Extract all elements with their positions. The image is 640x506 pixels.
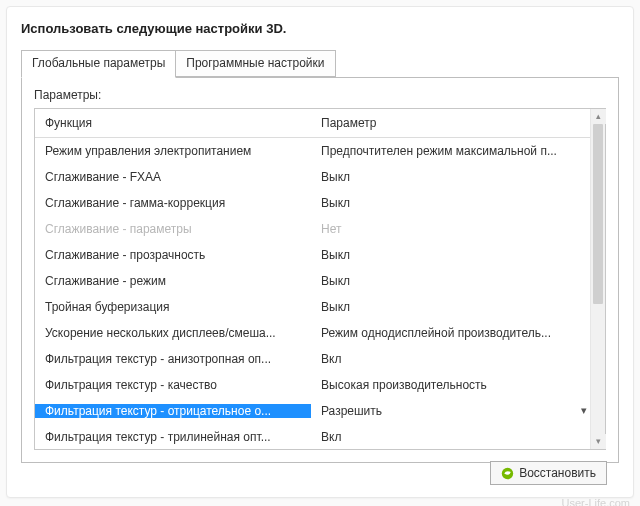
cell-parameter: Режим однодисплейной производитель... [311,326,605,340]
watermark: User-Life.com [562,497,630,506]
restore-label: Восстановить [519,466,596,480]
cell-function: Сглаживание - гамма-коррекция [35,196,311,210]
cell-function: Тройная буферизация [35,300,311,314]
table-body: Режим управления электропитаниемПредпочт… [35,138,605,449]
params-label: Параметры: [34,88,606,102]
tabs: Глобальные параметры Программные настрой… [21,50,619,77]
scroll-track[interactable] [591,124,605,434]
column-function[interactable]: Функция [35,109,311,137]
panel-title: Использовать следующие настройки 3D. [21,21,619,36]
table-row[interactable]: Сглаживание - прозрачностьВыкл [35,242,605,268]
cell-parameter: Вкл [311,352,605,366]
tab-global[interactable]: Глобальные параметры [21,50,176,78]
table-row[interactable]: Фильтрация текстур - качествоВысокая про… [35,372,605,398]
scroll-thumb[interactable] [593,124,603,304]
settings-panel: Использовать следующие настройки 3D. Гло… [6,6,634,498]
cell-parameter: Выкл [311,248,605,262]
column-parameter[interactable]: Параметр [311,109,605,137]
table-row[interactable]: Сглаживание - параметрыНет [35,216,605,242]
restore-button[interactable]: Восстановить [490,461,607,485]
table-row[interactable]: Режим управления электропитаниемПредпочт… [35,138,605,164]
table-row[interactable]: Ускорение нескольких дисплеев/смеша...Ре… [35,320,605,346]
table-header: Функция Параметр [35,109,605,138]
cell-parameter: Предпочтителен режим максимальной п... [311,144,605,158]
cell-function: Фильтрация текстур - качество [35,378,311,392]
cell-function: Сглаживание - режим [35,274,311,288]
table-row[interactable]: Тройная буферизацияВыкл [35,294,605,320]
table-row[interactable]: Сглаживание - режимВыкл [35,268,605,294]
cell-function: Сглаживание - FXAA [35,170,311,184]
cell-function: Сглаживание - прозрачность [35,248,311,262]
cell-function: Ускорение нескольких дисплеев/смеша... [35,326,311,340]
tab-content: Параметры: Функция Параметр Режим управл… [21,77,619,463]
cell-function: Сглаживание - параметры [35,222,311,236]
cell-parameter: Вкл [311,430,605,444]
scroll-up-icon[interactable]: ▴ [591,109,606,124]
cell-parameter: Разрешить [311,404,605,418]
cell-parameter: Выкл [311,274,605,288]
table-row[interactable]: Фильтрация текстур - отрицательное о...Р… [35,398,605,424]
cell-function: Фильтрация текстур - анизотропная оп... [35,352,311,366]
chevron-down-icon[interactable]: ▾ [581,404,587,417]
nvidia-icon [501,467,514,480]
table-row[interactable]: Сглаживание - FXAAВыкл [35,164,605,190]
cell-parameter: Выкл [311,196,605,210]
cell-parameter: Выкл [311,170,605,184]
cell-parameter: Нет [311,222,605,236]
scroll-down-icon[interactable]: ▾ [591,434,606,449]
params-table: Функция Параметр Режим управления электр… [34,108,606,450]
scrollbar[interactable]: ▴ ▾ [590,109,605,449]
cell-parameter: Высокая производительность [311,378,605,392]
table-row[interactable]: Сглаживание - гамма-коррекцияВыкл [35,190,605,216]
cell-parameter: Выкл [311,300,605,314]
table-row[interactable]: Фильтрация текстур - анизотропная оп...В… [35,346,605,372]
cell-function: Режим управления электропитанием [35,144,311,158]
cell-function: Фильтрация текстур - трилинейная опт... [35,430,311,444]
tab-program[interactable]: Программные настройки [176,50,335,77]
table-row[interactable]: Фильтрация текстур - трилинейная опт...В… [35,424,605,449]
footer: Восстановить [490,461,607,485]
cell-function: Фильтрация текстур - отрицательное о... [35,404,311,418]
